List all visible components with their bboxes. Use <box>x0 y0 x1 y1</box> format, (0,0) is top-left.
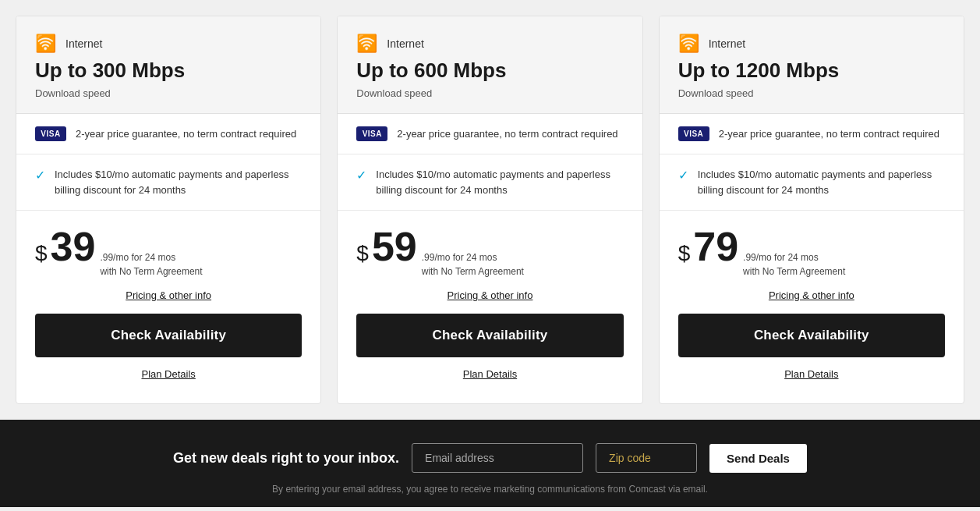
footer-zip-input[interactable] <box>596 443 697 473</box>
visa-section-600: VISA 2-year price guarantee, no term con… <box>338 114 642 154</box>
speed-title-300: Up to 300 Mbps <box>35 59 302 83</box>
visa-text-600: 2-year price guarantee, no term contract… <box>397 128 617 140</box>
autopay-section-1200: ✓ Includes $10/mo automatic payments and… <box>660 154 964 211</box>
visa-text-1200: 2-year price guarantee, no term contract… <box>719 128 939 140</box>
check-availability-button-600[interactable]: Check Availability <box>356 314 623 357</box>
price-amount-300: 39 <box>51 226 96 267</box>
price-dollar-300: $ <box>35 241 48 266</box>
internet-label-1200: Internet <box>709 37 745 50</box>
visa-section-1200: VISA 2-year price guarantee, no term con… <box>660 114 964 154</box>
check-icon-600: ✓ <box>356 168 366 183</box>
check-availability-button-1200[interactable]: Check Availability <box>678 314 945 357</box>
visa-badge-1200: VISA <box>678 126 709 141</box>
price-dollar-1200: $ <box>678 241 691 266</box>
autopay-text-600: Includes $10/mo automatic payments and p… <box>376 167 623 197</box>
visa-badge-600: VISA <box>356 126 387 141</box>
pricing-link-300[interactable]: Pricing & other info <box>35 289 302 301</box>
download-label-300: Download speed <box>35 87 302 99</box>
price-cents-300: .99/mo for 24 mos <box>100 250 202 264</box>
visa-section-300: VISA 2-year price guarantee, no term con… <box>16 114 320 154</box>
footer: Get new deals right to your inbox. Send … <box>0 420 980 507</box>
pricing-section-600: $ 59 .99/mo for 24 mos with No Term Agre… <box>338 211 642 403</box>
card-header-600: 🛜 Internet Up to 600 Mbps Download speed <box>338 16 642 114</box>
plan-card-1200: 🛜 Internet Up to 1200 Mbps Download spee… <box>659 16 964 404</box>
check-icon-1200: ✓ <box>678 168 688 183</box>
internet-label-600: Internet <box>387 37 423 50</box>
plan-details-link-1200[interactable]: Plan Details <box>678 368 945 396</box>
send-deals-button[interactable]: Send Deals <box>709 444 807 473</box>
check-icon-300: ✓ <box>35 168 45 183</box>
wifi-icon-600: 🛜 <box>356 34 377 54</box>
check-availability-button-300[interactable]: Check Availability <box>35 314 302 357</box>
download-label-1200: Download speed <box>678 87 945 99</box>
footer-email-input[interactable] <box>412 443 583 473</box>
download-label-600: Download speed <box>356 87 623 99</box>
autopay-text-300: Includes $10/mo automatic payments and p… <box>55 167 302 197</box>
plan-details-link-600[interactable]: Plan Details <box>356 368 623 396</box>
price-cents-600: .99/mo for 24 mos <box>422 250 524 264</box>
price-note-600: with No Term Agreement <box>422 264 524 279</box>
price-note-1200: with No Term Agreement <box>743 264 845 279</box>
internet-label-300: Internet <box>65 37 102 50</box>
plan-details-link-300[interactable]: Plan Details <box>35 368 302 396</box>
wifi-icon-300: 🛜 <box>35 34 56 54</box>
autopay-section-300: ✓ Includes $10/mo automatic payments and… <box>16 154 320 211</box>
card-header-300: 🛜 Internet Up to 300 Mbps Download speed <box>16 16 320 114</box>
footer-headline: Get new deals right to your inbox. <box>173 450 399 467</box>
visa-badge-300: VISA <box>35 126 66 141</box>
pricing-section-300: $ 39 .99/mo for 24 mos with No Term Agre… <box>16 211 320 403</box>
pricing-link-600[interactable]: Pricing & other info <box>356 289 623 301</box>
plan-card-300: 🛜 Internet Up to 300 Mbps Download speed… <box>16 16 321 404</box>
speed-title-1200: Up to 1200 Mbps <box>678 59 945 83</box>
speed-title-600: Up to 600 Mbps <box>356 59 623 83</box>
autopay-section-600: ✓ Includes $10/mo automatic payments and… <box>338 154 642 211</box>
price-amount-600: 59 <box>372 226 417 267</box>
autopay-text-1200: Includes $10/mo automatic payments and p… <box>698 167 945 197</box>
plan-card-600: 🛜 Internet Up to 600 Mbps Download speed… <box>337 16 642 404</box>
visa-text-300: 2-year price guarantee, no term contract… <box>76 128 296 140</box>
pricing-section-1200: $ 79 .99/mo for 24 mos with No Term Agre… <box>660 211 964 403</box>
plans-container: 🛜 Internet Up to 300 Mbps Download speed… <box>16 16 964 404</box>
price-note-300: with No Term Agreement <box>100 264 202 279</box>
price-dollar-600: $ <box>356 241 369 266</box>
card-header-1200: 🛜 Internet Up to 1200 Mbps Download spee… <box>660 16 964 114</box>
price-amount-1200: 79 <box>693 226 738 267</box>
pricing-link-1200[interactable]: Pricing & other info <box>678 289 945 301</box>
footer-disclaimer: By entering your email address, you agre… <box>16 484 964 495</box>
wifi-icon-1200: 🛜 <box>678 34 699 54</box>
price-cents-1200: .99/mo for 24 mos <box>743 250 845 264</box>
